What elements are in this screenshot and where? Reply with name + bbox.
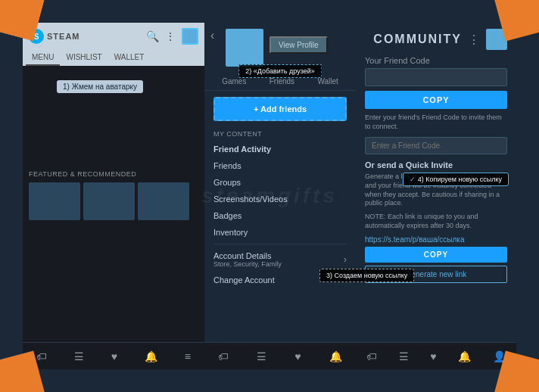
game-thumb-2 — [83, 182, 135, 220]
menu-icon[interactable]: ⋮ — [165, 30, 176, 42]
community-title: COMMUNITY — [373, 33, 462, 46]
nav-tab-menu[interactable]: MENU — [26, 50, 60, 66]
avatar[interactable] — [182, 28, 198, 45]
search-icon[interactable]: 🔍 — [146, 30, 159, 42]
game-thumb-1 — [29, 182, 80, 220]
generate-link-container: 3) Создаем новую ссылку Generate new lin… — [365, 266, 507, 283]
content-item-inventory[interactable]: Inventory — [204, 224, 356, 241]
list-icon-right[interactable]: ☰ — [399, 350, 409, 362]
content-item-groups[interactable]: Groups — [204, 174, 356, 191]
divider-1 — [213, 244, 347, 244]
account-title: Account Details — [213, 251, 282, 260]
link-expiry-note: NOTE: Each link is unique to you and aut… — [365, 213, 507, 230]
nav-tab-wishlist[interactable]: WISHLIST — [60, 50, 107, 66]
main-container: S STEAM 🔍 ⋮ MENU WISHLIST WALLET 1) Жмем… — [23, 23, 516, 369]
steam-header: S STEAM 🔍 ⋮ — [23, 23, 204, 50]
steam-logo: S STEAM — [29, 29, 80, 44]
friend-code-input[interactable] — [365, 68, 507, 86]
add-friends-button[interactable]: + Add friends — [213, 97, 347, 121]
step1-annotation: 1) Жмем на аватарку — [57, 80, 143, 93]
menu-nav-icon[interactable]: ≡ — [185, 350, 191, 362]
left-panel: S STEAM 🔍 ⋮ MENU WISHLIST WALLET 1) Жмем… — [23, 23, 204, 369]
steam-title: STEAM — [47, 32, 80, 41]
my-content-label: MY CONTENT — [204, 127, 356, 141]
account-subtitle: Store, Security, Family — [213, 260, 282, 268]
game-thumbnails — [29, 182, 198, 220]
bell-icon-mid[interactable]: 🔔 — [329, 350, 342, 362]
quick-invite-label: Or send a Quick Invite — [365, 160, 507, 170]
community-header: COMMUNITY ⋮ — [356, 23, 516, 56]
content-item-friend-activity[interactable]: Friend Activity — [204, 141, 356, 157]
tag-icon[interactable]: 🏷 — [36, 350, 47, 362]
middle-bottom-nav: 🏷 ☰ ♥ 🔔 — [204, 342, 356, 369]
link-url: https://s.team/p/ваша/ссылка — [365, 235, 507, 244]
nav-tab-wallet[interactable]: WALLET — [108, 50, 151, 66]
heart-icon-mid[interactable]: ♥ — [294, 350, 301, 362]
tag-icon-right[interactable]: 🏷 — [366, 350, 377, 362]
right-bottom-nav: 🏷 ☰ ♥ 🔔 👤 — [356, 342, 516, 369]
header-icons: 🔍 ⋮ — [146, 28, 198, 45]
tag-icon-mid[interactable]: 🏷 — [218, 350, 229, 362]
game-thumb-3 — [138, 182, 189, 220]
link-section: https://s.team/p/ваша/ссылка COPY 3) Соз… — [356, 235, 516, 283]
account-info: Account Details Store, Security, Family — [213, 251, 282, 268]
enter-friend-code-input[interactable] — [365, 137, 507, 154]
middle-panel: ‹ View Profile 2) «Добавить друзей» Game… — [204, 23, 356, 369]
right-panel: COMMUNITY ⋮ Your Friend Code COPY Enter … — [356, 23, 516, 369]
invite-description: Enter your friend's Friend Code to invit… — [365, 114, 507, 131]
step2-annotation: 2) «Добавить друзей» — [238, 64, 322, 78]
featured-label: FEATURED & RECOMMENDED — [29, 170, 198, 178]
content-item-badges[interactable]: Badges — [204, 207, 356, 224]
view-profile-button[interactable]: View Profile — [270, 36, 328, 54]
profile-avatar — [226, 29, 263, 67]
heart-icon-right[interactable]: ♥ — [430, 350, 436, 362]
bell-icon-right[interactable]: 🔔 — [458, 350, 471, 362]
content-item-friends[interactable]: Friends — [204, 157, 356, 174]
step4-annotation: ✓ 4) Копируем новую ссылку — [403, 173, 509, 186]
friend-code-section: Your Friend Code COPY Enter your friend'… — [356, 56, 516, 160]
content-item-screenshots[interactable]: Screenshots/Videos — [204, 191, 356, 207]
step3-annotation: 3) Создаем новую ссылку — [319, 269, 414, 282]
heart-icon[interactable]: ♥ — [111, 350, 117, 362]
checkmark-icon: ✓ — [410, 176, 416, 183]
friend-code-label: Your Friend Code — [365, 56, 507, 65]
copy-button-2[interactable]: COPY — [365, 247, 507, 263]
community-menu-icon[interactable]: ⋮ — [468, 33, 480, 47]
content-list: Friend Activity Friends Groups Screensho… — [204, 141, 356, 241]
list-icon[interactable]: ☰ — [74, 350, 84, 362]
nav-tabs: MENU WISHLIST WALLET — [23, 50, 204, 66]
back-arrow[interactable]: ‹ — [210, 29, 214, 42]
copy-button-1[interactable]: COPY — [365, 91, 507, 109]
left-content: FEATURED & RECOMMENDED — [23, 66, 204, 342]
left-bottom-nav: 🏷 ☰ ♥ 🔔 ≡ — [23, 342, 204, 369]
chevron-right-icon: › — [344, 254, 347, 265]
bell-icon[interactable]: 🔔 — [145, 350, 157, 362]
list-icon-mid[interactable]: ☰ — [257, 350, 266, 362]
